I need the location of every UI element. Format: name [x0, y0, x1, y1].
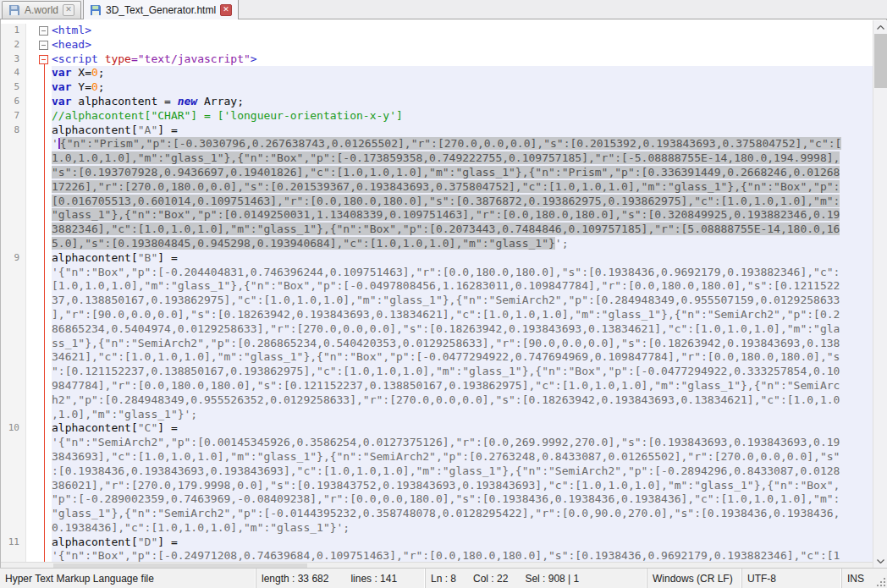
- line-number[interactable]: [1, 393, 26, 408]
- resize-grip[interactable]: [875, 576, 885, 586]
- code-row[interactable]: 386021],"r":[270.0,179.9998,0.0],"s":[0.…: [1, 479, 873, 493]
- line-number[interactable]: [1, 195, 26, 209]
- bookmark-margin[interactable]: [26, 109, 36, 124]
- bookmark-margin[interactable]: [26, 237, 36, 251]
- code-row[interactable]: 11alphacontent["D"] =: [1, 536, 873, 550]
- scroll-up-icon[interactable]: [873, 20, 887, 34]
- code-text[interactable]: "p":[-0.289002359,0.7463969,-0.08409238]…: [52, 492, 873, 507]
- code-row[interactable]: "glass_1"},{"n":"Box","p":[0.0149250031,…: [1, 208, 873, 223]
- code-text[interactable]: [1.0,1.0,1.0],"m":"glass_1"},{"n":"Box",…: [52, 279, 873, 294]
- bookmark-margin[interactable]: [26, 464, 36, 479]
- line-number[interactable]: [1, 223, 26, 237]
- code-text[interactable]: 3882346],"c":[1.0,1.0,1.0],"m":"glass_1"…: [52, 223, 873, 237]
- line-number[interactable]: [1, 294, 26, 308]
- code-row[interactable]: 0.1938436],"c":[1.0,1.0,1.0],"m":"glass_…: [1, 521, 873, 536]
- close-tab-icon[interactable]: ✕: [63, 4, 74, 16]
- code-row[interactable]: 17226],"r":[270.0,180.0,0.0],"s":[0.2015…: [1, 180, 873, 195]
- line-number[interactable]: [1, 450, 26, 464]
- bookmark-margin[interactable]: [26, 38, 36, 52]
- code-row[interactable]: "p":[-0.289002359,0.7463969,-0.08409238]…: [1, 492, 873, 507]
- fold-collapse-icon[interactable]: [36, 38, 52, 52]
- line-number[interactable]: [1, 350, 26, 365]
- code-row[interactable]: "glass_1"},{"n":"SemiArch2","p":[-0.0144…: [1, 507, 873, 521]
- code-row[interactable]: 4var X=0;: [1, 66, 873, 80]
- bookmark-margin[interactable]: [26, 393, 36, 408]
- bookmark-margin[interactable]: [26, 308, 36, 322]
- bookmark-margin[interactable]: [26, 521, 36, 536]
- code-row[interactable]: "s":[0.193707928,0.9436697,0.19401826],"…: [1, 166, 873, 180]
- line-number[interactable]: [1, 365, 26, 379]
- code-text[interactable]: ":[0.121152237,0.138850167,0.193862975],…: [52, 365, 873, 379]
- line-number[interactable]: [1, 279, 26, 294]
- code-text[interactable]: var alphacontent = new Array;: [52, 95, 873, 109]
- bookmark-margin[interactable]: [26, 337, 36, 351]
- code-text[interactable]: alphacontent["A"] =: [52, 124, 873, 138]
- tab-3d-text-generator[interactable]: 3D_Text_Generator.html ✕: [83, 0, 239, 19]
- line-number[interactable]: 7: [1, 109, 26, 124]
- line-number[interactable]: 6: [1, 95, 26, 109]
- bookmark-margin[interactable]: [26, 180, 36, 195]
- bookmark-margin[interactable]: [26, 95, 36, 109]
- code-text[interactable]: "glass_1"},{"n":"Box","p":[0.0149250031,…: [52, 208, 873, 223]
- code-text[interactable]: <html>: [52, 24, 873, 38]
- bookmark-margin[interactable]: [26, 80, 36, 95]
- line-number[interactable]: [1, 436, 26, 450]
- code-row[interactable]: 10alphacontent["C"] =: [1, 421, 873, 436]
- bookmark-margin[interactable]: [26, 151, 36, 166]
- line-number[interactable]: [1, 464, 26, 479]
- line-number[interactable]: 11: [1, 536, 26, 550]
- line-number[interactable]: [1, 180, 26, 195]
- code-text[interactable]: 17226],"r":[270.0,180.0,0.0],"s":[0.2015…: [52, 180, 873, 195]
- code-text[interactable]: //alphacontent["CHAR"] = ['longueur-orie…: [52, 109, 873, 124]
- code-row[interactable]: 6var alphacontent = new Array;: [1, 95, 873, 109]
- line-number[interactable]: 10: [1, 421, 26, 436]
- line-number[interactable]: [1, 408, 26, 422]
- status-insert-mode[interactable]: INS: [841, 569, 887, 588]
- code-text[interactable]: alphacontent["B"] =: [52, 251, 873, 266]
- code-row[interactable]: 9847784],"r":[0.0,180.0,180.0],"s":[0.12…: [1, 379, 873, 393]
- bookmark-margin[interactable]: [26, 421, 36, 436]
- bookmark-margin[interactable]: [26, 195, 36, 209]
- line-number[interactable]: [1, 521, 26, 536]
- bookmark-margin[interactable]: [26, 208, 36, 223]
- code-row[interactable]: ],"r":[90.0,0.0,0.0],"s":[0.18263942,0.1…: [1, 308, 873, 322]
- bookmark-margin[interactable]: [26, 266, 36, 280]
- code-row[interactable]: '{"n":"Box","p":[-0.204404831,0.74639624…: [1, 266, 873, 280]
- bookmark-margin[interactable]: [26, 294, 36, 308]
- code-text[interactable]: '{"n":"SemiArch2","p":[0.00145345926,0.3…: [52, 436, 873, 450]
- code-row[interactable]: h2","p":[0.284948349,0.955526352,0.01292…: [1, 393, 873, 408]
- code-row[interactable]: 7//alphacontent["CHAR"] = ['longueur-ori…: [1, 109, 873, 124]
- code-row[interactable]: '{"n":"Box","p":[-0.24971208,0.74639684,…: [1, 549, 873, 562]
- fold-collapse-icon[interactable]: [36, 52, 52, 67]
- code-text[interactable]: var Y=0;: [52, 80, 873, 95]
- code-row[interactable]: ss_1"},{"n":"SemiArch2","p":[0.286865234…: [1, 337, 873, 351]
- code-text[interactable]: [0.016705513,0.601014,0.109751463],"r":[…: [52, 195, 873, 209]
- bookmark-margin[interactable]: [26, 365, 36, 379]
- line-number[interactable]: [1, 507, 26, 521]
- code-text[interactable]: '{"n":"Box","p":[-0.24971208,0.74639684,…: [52, 549, 873, 562]
- code-text[interactable]: "glass_1"},{"n":"SemiArch2","p":[-0.0144…: [52, 507, 873, 521]
- line-number[interactable]: 1: [1, 24, 26, 38]
- bookmark-margin[interactable]: [26, 408, 36, 422]
- code-row[interactable]: 3<script type="text/javascript">: [1, 52, 873, 67]
- code-text[interactable]: '{"n":"Box","p":[-0.204404831,0.74639624…: [52, 266, 873, 280]
- editor-area[interactable]: 1<html>2<head>3<script type="text/javasc…: [1, 20, 873, 562]
- code-row[interactable]: 37,0.138850167,0.193862975],"c":[1.0,1.0…: [1, 294, 873, 308]
- code-row[interactable]: 5var Y=0;: [1, 80, 873, 95]
- bookmark-margin[interactable]: [26, 137, 36, 151]
- code-row[interactable]: 9alphacontent["B"] =: [1, 251, 873, 266]
- code-row[interactable]: 3882346],"c":[1.0,1.0,1.0],"m":"glass_1"…: [1, 223, 873, 237]
- line-number[interactable]: [1, 237, 26, 251]
- code-text[interactable]: alphacontent["C"] =: [52, 421, 873, 436]
- status-eol-format[interactable]: Windows (CR LF): [647, 569, 741, 588]
- line-number[interactable]: [1, 166, 26, 180]
- code-text[interactable]: 1.0,1.0,1.0],"m":"glass_1"},{"n":"Box","…: [52, 151, 873, 166]
- code-text[interactable]: 9847784],"r":[0.0,180.0,180.0],"s":[0.12…: [52, 379, 873, 393]
- line-number[interactable]: 5: [1, 80, 26, 95]
- line-number[interactable]: 3: [1, 52, 26, 67]
- line-number[interactable]: [1, 322, 26, 337]
- code-text[interactable]: h2","p":[0.284948349,0.955526352,0.01292…: [52, 393, 873, 408]
- line-number[interactable]: [1, 208, 26, 223]
- code-row[interactable]: '{"n":"Prism","p":[-0.3030796,0.26763874…: [1, 137, 873, 151]
- code-row[interactable]: 5.0],"s":[0.193804845,0.945298,0.1939406…: [1, 237, 873, 251]
